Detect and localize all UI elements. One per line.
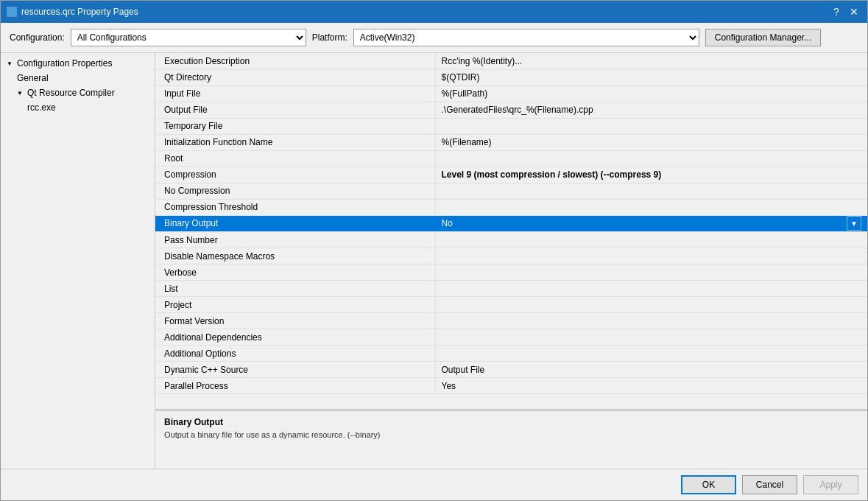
sidebar-item-general[interactable]: General (1, 71, 155, 85)
table-row[interactable]: List (155, 281, 867, 297)
table-row[interactable]: Root (155, 150, 867, 167)
table-row[interactable]: Dynamic C++ SourceOutput File (155, 362, 867, 378)
property-name: Binary Output (155, 215, 435, 232)
title-bar-left: resources.qrc Property Pages (7, 7, 138, 17)
sidebar-item-label: General (17, 73, 49, 83)
footer: OK Cancel Apply (1, 469, 867, 500)
property-value (435, 150, 867, 167)
apply-button[interactable]: Apply (803, 475, 858, 494)
property-name: Compression Threshold (155, 199, 435, 215)
property-value (435, 264, 867, 281)
property-value (435, 232, 867, 248)
table-row[interactable]: Additional Dependencies (155, 329, 867, 346)
property-name: Initialization Function Name (155, 134, 435, 150)
property-value (435, 183, 867, 199)
main-content: ▼ Configuration Properties General ▼ Qt … (1, 53, 867, 469)
property-value-text: No (442, 218, 453, 228)
table-row[interactable]: Parallel ProcessYes (155, 378, 867, 394)
table-row[interactable]: No Compression (155, 183, 867, 199)
property-name: Additional Dependencies (155, 329, 435, 346)
property-name: Input File (155, 85, 435, 102)
property-value: Yes (435, 378, 867, 394)
property-pages-window: resources.qrc Property Pages ? ✕ Configu… (0, 0, 868, 501)
description-panel: Binary Output Output a binary file for u… (155, 410, 867, 469)
property-name: Project (155, 297, 435, 313)
property-name: Format Version (155, 313, 435, 329)
property-name: Pass Number (155, 232, 435, 248)
property-name: Execution Description (155, 53, 435, 69)
property-value: Rcc'ing %(Identity)... (435, 53, 867, 69)
table-row[interactable]: Pass Number (155, 232, 867, 248)
config-select[interactable]: All Configurations (71, 29, 306, 46)
property-name: Output File (155, 102, 435, 118)
description-title: Binary Output (164, 417, 858, 427)
table-row[interactable]: Input File%(FullPath) (155, 85, 867, 102)
close-button[interactable]: ✕ (847, 4, 861, 19)
property-value (435, 199, 867, 215)
property-value: Output File (435, 362, 867, 378)
platform-select[interactable]: Active(Win32) (353, 29, 699, 46)
sidebar-item-qt-resource-compiler[interactable]: ▼ Qt Resource Compiler (1, 85, 155, 100)
table-row[interactable]: Execution DescriptionRcc'ing %(Identity)… (155, 53, 867, 69)
property-name: Additional Options (155, 346, 435, 362)
sidebar-item-label: rcc.exe (27, 102, 56, 113)
ok-button[interactable]: OK (681, 475, 736, 494)
property-value (435, 248, 867, 264)
property-name: Verbose (155, 264, 435, 281)
expand-icon: ▼ (17, 90, 24, 97)
table-row[interactable]: Binary OutputNo▼ (155, 215, 867, 232)
table-row[interactable]: Qt Directory$(QTDIR) (155, 69, 867, 85)
sidebar-item-label: Qt Resource Compiler (27, 88, 115, 98)
table-row[interactable]: Verbose (155, 264, 867, 281)
property-name: List (155, 281, 435, 297)
property-name: Disable Namespace Macros (155, 248, 435, 264)
sidebar-item-label: Configuration Properties (17, 58, 112, 69)
property-value (435, 313, 867, 329)
config-label: Configuration: (10, 32, 65, 43)
window-title: resources.qrc Property Pages (21, 7, 138, 17)
title-bar-controls: ? ✕ (829, 4, 861, 19)
properties-panel: Execution DescriptionRcc'ing %(Identity)… (155, 53, 867, 469)
property-value (435, 346, 867, 362)
table-row[interactable]: Initialization Function Name%(Filename) (155, 134, 867, 150)
property-value (435, 297, 867, 313)
property-value: %(Filename) (435, 134, 867, 150)
property-name: Dynamic C++ Source (155, 362, 435, 378)
property-name: Compression (155, 167, 435, 183)
expand-icon: ▼ (7, 60, 14, 67)
properties-grid: Execution DescriptionRcc'ing %(Identity)… (155, 53, 867, 394)
property-value: Level 9 (most compression / slowest) (--… (435, 167, 867, 183)
property-name: Qt Directory (155, 69, 435, 85)
window-icon (7, 7, 17, 17)
table-row[interactable]: Project (155, 297, 867, 313)
property-value (435, 118, 867, 134)
table-row[interactable]: Disable Namespace Macros (155, 248, 867, 264)
table-row[interactable]: Format Version (155, 313, 867, 329)
title-bar: resources.qrc Property Pages ? ✕ (1, 1, 867, 23)
dropdown-arrow-icon[interactable]: ▼ (847, 216, 861, 231)
property-value (435, 329, 867, 346)
sidebar-item-rcc-exe[interactable]: rcc.exe (1, 100, 155, 115)
property-name: Temporary File (155, 118, 435, 134)
table-row[interactable]: CompressionLevel 9 (most compression / s… (155, 167, 867, 183)
table-row[interactable]: Additional Options (155, 346, 867, 362)
table-row[interactable]: Compression Threshold (155, 199, 867, 215)
help-button[interactable]: ? (829, 4, 844, 19)
property-value: .\GeneratedFiles\qrc_%(Filename).cpp (435, 102, 867, 118)
properties-table: Execution DescriptionRcc'ing %(Identity)… (155, 53, 867, 410)
description-text: Output a binary file for use as a dynami… (164, 430, 858, 439)
table-row[interactable]: Output File.\GeneratedFiles\qrc_%(Filena… (155, 102, 867, 118)
sidebar-item-config-props[interactable]: ▼ Configuration Properties (1, 56, 155, 71)
property-value: %(FullPath) (435, 85, 867, 102)
property-name: Parallel Process (155, 378, 435, 394)
toolbar: Configuration: All Configurations Platfo… (1, 23, 867, 53)
property-value (435, 281, 867, 297)
property-value[interactable]: No▼ (436, 216, 868, 232)
cancel-button[interactable]: Cancel (742, 475, 797, 494)
table-row[interactable]: Temporary File (155, 118, 867, 134)
config-manager-button[interactable]: Configuration Manager... (705, 29, 821, 46)
property-name: Root (155, 150, 435, 167)
property-value: $(QTDIR) (435, 69, 867, 85)
platform-label: Platform: (312, 32, 347, 43)
property-name: No Compression (155, 183, 435, 199)
